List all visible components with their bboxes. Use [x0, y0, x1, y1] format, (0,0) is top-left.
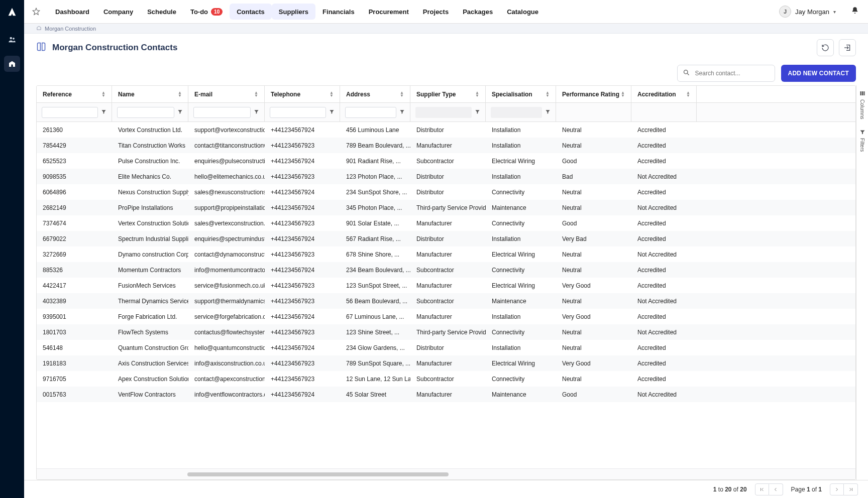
cell-name: Elite Mechanics Co. [112, 169, 188, 184]
sort-icon: ▲▼ [178, 91, 182, 97]
column-header-name[interactable]: Name▲▼ [112, 86, 188, 102]
cell-accr: Accredited [631, 262, 697, 278]
table-row[interactable]: 6064896Nexus Construction Supplysales@ne… [37, 184, 855, 200]
column-filter-input[interactable] [42, 107, 98, 118]
rail-building-icon[interactable] [4, 56, 20, 72]
cell-tel: +441234567924 [265, 231, 340, 246]
filter-funnel-icon[interactable] [475, 109, 480, 115]
filter-funnel-icon[interactable] [101, 109, 106, 115]
cell-spec: Electrical Wiring [486, 355, 556, 371]
nav-item-schedule[interactable]: Schedule [140, 4, 183, 20]
nav-item-label: To-do [190, 8, 208, 16]
grid-body[interactable]: 261360Vortex Construction Ltd.support@vo… [37, 122, 855, 468]
nav-item-packages[interactable]: Packages [456, 4, 500, 20]
filter-funnel-icon[interactable] [329, 109, 335, 115]
filter-funnel-icon[interactable] [545, 109, 551, 115]
nav-item-catalogue[interactable]: Catalogue [500, 4, 546, 20]
cell-accr: Accredited [631, 355, 697, 371]
cell-type: Manufacturer [410, 278, 486, 293]
cell-ref: 1918183 [37, 355, 112, 371]
refresh-button[interactable] [817, 39, 834, 56]
nav-item-procurement[interactable]: Procurement [362, 4, 416, 20]
add-new-contact-button[interactable]: ADD NEW CONTACT [781, 65, 856, 82]
sort-icon: ▲▼ [621, 91, 625, 97]
column-header-performance-rating[interactable]: Performance Rating▲▼ [556, 86, 631, 102]
nav-item-contacts[interactable]: Contacts [230, 4, 272, 20]
table-row[interactable]: 6525523Pulse Construction Inc.enquiries@… [37, 153, 855, 169]
column-header-reference[interactable]: Reference▲▼ [37, 86, 112, 102]
cell-perf: Very Good [556, 355, 631, 371]
chevron-down-icon: ▾ [833, 9, 836, 15]
cell-name: Titan Construction Works [112, 138, 188, 153]
column-filter-input[interactable] [193, 107, 251, 118]
table-row[interactable]: 1918183Axis Construction Servicesinfo@ax… [37, 355, 855, 371]
cell-spec: Connectivity [486, 371, 556, 387]
column-filter-input[interactable] [117, 107, 174, 118]
column-filter-telephone [265, 103, 340, 121]
table-row[interactable]: 261360Vortex Construction Ltd.support@vo… [37, 122, 855, 138]
nav-item-company[interactable]: Company [96, 4, 140, 20]
nav-item-to-do[interactable]: To-do10 [183, 4, 230, 20]
nav-item-suppliers[interactable]: Suppliers [272, 4, 315, 20]
export-button[interactable] [839, 39, 856, 56]
column-header-address[interactable]: Address▲▼ [340, 86, 410, 102]
user-menu[interactable]: J Jay Morgan ▾ [774, 4, 841, 20]
cell-mail: enquiries@spectrumindustrialsu [188, 231, 265, 246]
column-header-telephone[interactable]: Telephone▲▼ [265, 86, 340, 102]
filter-funnel-icon[interactable] [399, 109, 405, 115]
pager-prev[interactable] [769, 483, 783, 495]
table-row[interactable]: 9716705Apex Construction Solutionscontac… [37, 371, 855, 387]
filters-panel-toggle[interactable]: Filters [859, 124, 865, 157]
nav-item-dashboard[interactable]: Dashboard [48, 4, 96, 20]
horizontal-scrollbar[interactable] [37, 468, 855, 479]
filter-funnel-icon[interactable] [254, 109, 259, 115]
svg-rect-2 [12, 65, 13, 67]
rail-people-icon[interactable] [4, 32, 20, 48]
cell-addr: 456 Luminous Lane [340, 122, 410, 138]
column-header-e-mail[interactable]: E-mail▲▼ [188, 86, 265, 102]
cell-perf: Very Good [556, 309, 631, 324]
column-filter-input[interactable] [270, 107, 326, 118]
breadcrumb-company[interactable]: Morgan Construction [45, 26, 96, 32]
table-row[interactable]: 0015763VentFlow Contractorsinfo@ventflow… [37, 387, 855, 402]
column-header-accreditation[interactable]: Accreditation▲▼ [631, 86, 697, 102]
table-row[interactable]: 6679022Spectrum Industrial Suppliesenqui… [37, 231, 855, 246]
cell-tel: +441234567924 [265, 200, 340, 215]
pager-first[interactable] [755, 483, 769, 495]
cell-name: Vortex Construction Ltd. [112, 122, 188, 138]
columns-panel-toggle[interactable]: Columns [859, 85, 865, 124]
table-row[interactable]: 4422417FusionMech Servicesservice@fusion… [37, 278, 855, 293]
cell-spec: Connectivity [486, 324, 556, 340]
filter-funnel-icon[interactable] [177, 109, 183, 115]
cell-accr: Accredited [631, 184, 697, 200]
cell-mail: info@ventflowcontractors.co.uk [188, 387, 265, 402]
table-row[interactable]: 1801703FlowTech Systemscontactus@flowtec… [37, 324, 855, 340]
favorites-star-icon[interactable] [24, 7, 48, 16]
table-row[interactable]: 9098535Elite Mechanics Co.hello@elitemec… [37, 169, 855, 184]
nav-item-label: Contacts [237, 8, 265, 16]
table-row[interactable]: 3272669Dynamo construction Corp.contact@… [37, 246, 855, 262]
pager-range: 1 to 20 of 20 [713, 486, 747, 493]
table-row[interactable]: 9395001Forge Fabrication Ltd.service@for… [37, 309, 855, 324]
table-row[interactable]: 885326Momentum Contractorsinfo@momentumc… [37, 262, 855, 278]
column-header-specialisation[interactable]: Specialisation▲▼ [486, 86, 556, 102]
nav-item-projects[interactable]: Projects [416, 4, 456, 20]
cell-ref: 7374674 [37, 215, 112, 231]
table-row[interactable]: 2682149ProPipe Installationssupport@prop… [37, 200, 855, 215]
column-header-supplier-type[interactable]: Supplier Type▲▼ [410, 86, 486, 102]
column-filter-input[interactable] [345, 107, 396, 118]
table-row[interactable]: 546148Quantum Construction Group...hello… [37, 340, 855, 355]
pager-next[interactable] [830, 483, 844, 495]
cell-perf: Neutral [556, 138, 631, 153]
table-row[interactable]: 4032389Thermal Dynamics Servicessupport@… [37, 293, 855, 309]
table-row[interactable]: 7374674Vertex Construction Solutions...s… [37, 215, 855, 231]
cell-mail: sales@vertexconstruction.co.uk [188, 215, 265, 231]
nav-item-financials[interactable]: Financials [315, 4, 362, 20]
cell-name: Thermal Dynamics Services [112, 293, 188, 309]
notifications-bell-icon[interactable] [846, 6, 864, 17]
pager-last[interactable] [844, 483, 858, 495]
search-input[interactable] [694, 69, 772, 77]
scroll-thumb[interactable] [187, 472, 449, 476]
svg-rect-6 [863, 91, 864, 95]
table-row[interactable]: 7854429Titan Construction Workscontact@t… [37, 138, 855, 153]
